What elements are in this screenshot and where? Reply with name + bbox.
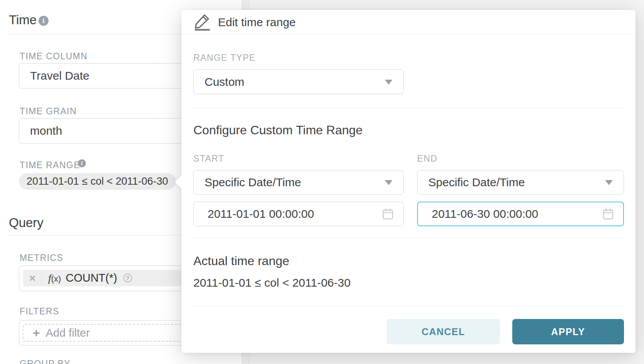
time-section-title: Time [9,13,37,27]
configure-heading: Configure Custom Time Range [193,123,362,137]
end-datetime-wrap [417,202,624,226]
chevron-down-icon [385,80,392,85]
plus-icon: + [33,327,40,339]
popover-header: Edit time range [181,10,636,34]
info-icon[interactable]: i [39,16,49,26]
chevron-down-icon [385,180,392,185]
range-type-label: RANGE TYPE [193,53,256,63]
divider [193,108,624,108]
start-datetime-input[interactable] [193,202,404,226]
help-icon[interactable]: ? [123,274,132,282]
function-icon: f(x) [48,272,61,284]
time-grain-label: TIME GRAIN [20,106,77,117]
chip-divider [42,271,42,285]
actual-time-range-heading: Actual time range [193,254,289,268]
apply-button[interactable]: APPLY [512,319,624,344]
time-range-pill[interactable]: 2011-01-01 ≤ col < 2011-06-30 [19,173,176,190]
time-column-label: TIME COLUMN [20,51,87,62]
divider [193,238,624,238]
end-datetime-input[interactable] [417,202,624,226]
query-section-title: Query [9,215,44,230]
divider [193,306,624,306]
end-type-value: Specific Date/Time [428,170,525,194]
cancel-button[interactable]: CANCEL [387,319,500,344]
metric-name: COUNT(*) [65,272,117,284]
popover-title: Edit time range [218,10,296,34]
end-label: END [417,154,438,164]
fx-f: f [48,272,51,284]
edit-time-range-popover: Edit time range RANGE TYPE Custom Config… [181,10,636,353]
add-filter-label: Add filter [46,327,90,339]
divider [181,34,636,35]
time-range-label: TIME RANGE [20,160,80,170]
group-by-label: GROUP BY [20,359,70,364]
start-label: START [193,154,224,164]
chevron-down-icon [605,180,613,185]
start-type-value: Specific Date/Time [205,170,301,194]
end-type-select[interactable]: Specific Date/Time [417,170,624,195]
remove-metric-icon[interactable]: × [23,272,42,285]
explore-page: Time i TIME COLUMN Travel Date TIME GRAI… [0,0,644,364]
actual-time-range-value: 2011-01-01 ≤ col < 2011-06-30 [193,276,351,289]
start-datetime-wrap [193,202,404,226]
metrics-label: METRICS [20,253,63,263]
fx-args: (x) [51,274,61,284]
range-type-value: Custom [205,70,244,94]
filters-label: FILTERS [20,306,59,317]
time-column-value: Travel Date [30,63,89,88]
time-grain-value: month [30,119,62,143]
start-type-select[interactable]: Specific Date/Time [193,170,404,195]
info-icon[interactable]: i [78,159,86,167]
pencil-edit-icon [194,14,210,31]
range-type-select[interactable]: Custom [193,69,404,94]
